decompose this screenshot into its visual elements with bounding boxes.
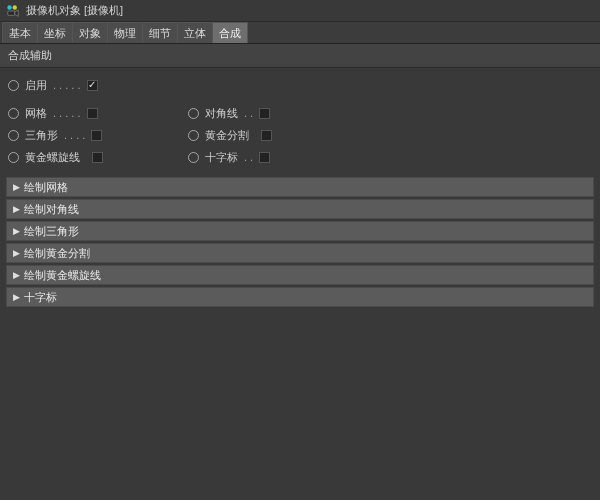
anim-ring-icon[interactable] bbox=[8, 80, 19, 91]
option-diagonal-checkbox[interactable] bbox=[259, 108, 270, 119]
svg-marker-3 bbox=[15, 10, 19, 16]
option-dots: . . . . bbox=[64, 129, 85, 141]
option-dots: . . bbox=[244, 107, 253, 119]
accordion-label: 绘制三角形 bbox=[24, 224, 79, 239]
accordion-draw-golden-section[interactable]: ▶ 绘制黄金分割 bbox=[6, 243, 594, 263]
anim-ring-icon[interactable] bbox=[188, 130, 199, 141]
option-label: 十字标 bbox=[205, 150, 238, 165]
svg-point-0 bbox=[7, 5, 11, 9]
anim-ring-icon[interactable] bbox=[188, 152, 199, 163]
option-crosshair-checkbox[interactable] bbox=[259, 152, 270, 163]
camera-icon bbox=[6, 4, 20, 18]
tab-object[interactable]: 对象 bbox=[72, 22, 108, 43]
tab-stereo[interactable]: 立体 bbox=[177, 22, 213, 43]
option-label: 黄金螺旋线 bbox=[25, 150, 80, 165]
accordion-draw-golden-spiral[interactable]: ▶ 绘制黄金螺旋线 bbox=[6, 265, 594, 285]
option-diagonal: 对角线 . . bbox=[180, 102, 360, 124]
accordion-crosshair[interactable]: ▶ 十字标 bbox=[6, 287, 594, 307]
enable-row: 启用 . . . . . bbox=[0, 74, 600, 96]
option-golden-section: 黄金分割 bbox=[180, 124, 360, 146]
tab-details[interactable]: 细节 bbox=[142, 22, 178, 43]
accordion-label: 绘制黄金分割 bbox=[24, 246, 90, 261]
option-triangle: 三角形 . . . . bbox=[0, 124, 180, 146]
tab-coord[interactable]: 坐标 bbox=[37, 22, 73, 43]
svg-point-1 bbox=[13, 5, 17, 9]
tab-basic[interactable]: 基本 bbox=[2, 22, 38, 43]
accordion-draw-diagonal[interactable]: ▶ 绘制对角线 bbox=[6, 199, 594, 219]
option-golden-section-checkbox[interactable] bbox=[261, 130, 272, 141]
chevron-right-icon: ▶ bbox=[13, 292, 20, 302]
option-label: 对角线 bbox=[205, 106, 238, 121]
titlebar: 摄像机对象 [摄像机] bbox=[0, 0, 600, 22]
option-label: 黄金分割 bbox=[205, 128, 249, 143]
option-label: 三角形 bbox=[25, 128, 58, 143]
option-golden-spiral: 黄金螺旋线 bbox=[0, 146, 180, 168]
enable-dots: . . . . . bbox=[53, 79, 81, 91]
accordion-label: 绘制黄金螺旋线 bbox=[24, 268, 101, 283]
tab-bar: 基本 坐标 对象 物理 细节 立体 合成 bbox=[0, 22, 600, 44]
chevron-right-icon: ▶ bbox=[13, 182, 20, 192]
svg-rect-2 bbox=[8, 11, 15, 15]
accordion-label: 绘制对角线 bbox=[24, 202, 79, 217]
anim-ring-icon[interactable] bbox=[8, 152, 19, 163]
anim-ring-icon[interactable] bbox=[188, 108, 199, 119]
window-title: 摄像机对象 [摄像机] bbox=[26, 3, 123, 18]
section-header: 合成辅助 bbox=[0, 44, 600, 68]
accordion-draw-triangle[interactable]: ▶ 绘制三角形 bbox=[6, 221, 594, 241]
option-crosshair: 十字标 . . bbox=[180, 146, 360, 168]
chevron-right-icon: ▶ bbox=[13, 226, 20, 236]
option-dots: . . bbox=[244, 151, 253, 163]
anim-ring-icon[interactable] bbox=[8, 130, 19, 141]
option-label: 网格 bbox=[25, 106, 47, 121]
options-grid: 网格 . . . . . 对角线 . . 三角形 . . . . 黄金分割 黄金… bbox=[0, 102, 600, 168]
chevron-right-icon: ▶ bbox=[13, 270, 20, 280]
content-area: 启用 . . . . . 网格 . . . . . 对角线 . . 三角形 . … bbox=[0, 68, 600, 311]
option-grid: 网格 . . . . . bbox=[0, 102, 180, 124]
enable-label: 启用 bbox=[25, 78, 47, 93]
accordion-label: 绘制网格 bbox=[24, 180, 68, 195]
chevron-right-icon: ▶ bbox=[13, 204, 20, 214]
anim-ring-icon[interactable] bbox=[8, 108, 19, 119]
accordion: ▶ 绘制网格 ▶ 绘制对角线 ▶ 绘制三角形 ▶ 绘制黄金分割 ▶ 绘制黄金螺旋… bbox=[6, 177, 594, 307]
tab-physics[interactable]: 物理 bbox=[107, 22, 143, 43]
option-dots: . . . . . bbox=[53, 107, 81, 119]
accordion-draw-grid[interactable]: ▶ 绘制网格 bbox=[6, 177, 594, 197]
tab-composition[interactable]: 合成 bbox=[212, 22, 248, 43]
accordion-label: 十字标 bbox=[24, 290, 57, 305]
enable-checkbox[interactable] bbox=[87, 80, 98, 91]
option-grid-checkbox[interactable] bbox=[87, 108, 98, 119]
option-golden-spiral-checkbox[interactable] bbox=[92, 152, 103, 163]
chevron-right-icon: ▶ bbox=[13, 248, 20, 258]
option-triangle-checkbox[interactable] bbox=[91, 130, 102, 141]
